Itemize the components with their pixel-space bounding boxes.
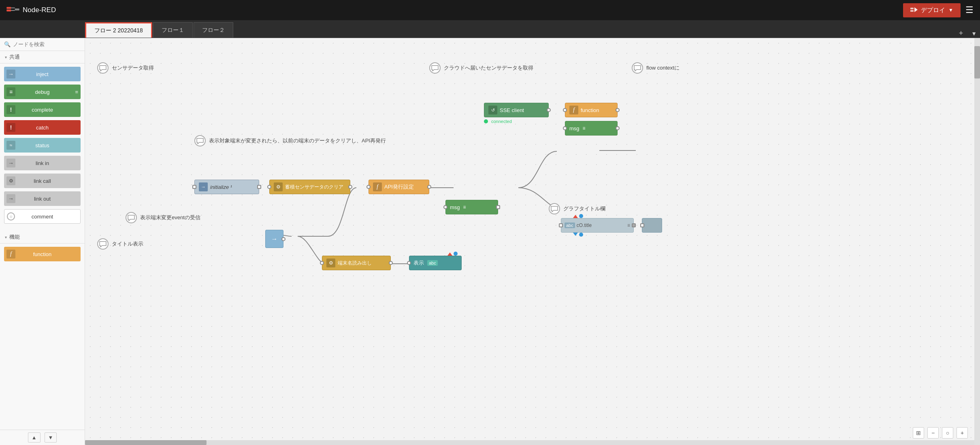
comment-表示対象端末-label: 表示対象端末が変更されたら、以前の端末のデータをクリアし、API再発行	[209, 137, 386, 144]
canvas-horizontal-scrollbar[interactable]	[85, 440, 974, 445]
search-input[interactable]	[13, 41, 81, 47]
cO-blue-dot-icon	[579, 214, 583, 218]
node-function-top[interactable]: f function	[565, 103, 618, 117]
function-section-header[interactable]: ▾ 機能	[0, 231, 85, 244]
tab-list-chevron[interactable]: ▼	[968, 30, 980, 37]
node-表示-body: 表示 abc	[409, 256, 462, 270]
node-msg-api-left-port	[443, 205, 447, 209]
triangle-up-icon	[447, 252, 452, 256]
scroll-up-button[interactable]: ▲	[28, 432, 40, 443]
tab-label: フロー 2 20220418	[94, 27, 143, 34]
comment-センサデータ取得[interactable]: センサデータ取得	[97, 62, 154, 74]
comment-bubble-icon2	[194, 135, 206, 146]
蓄積センサデータ-icon: ⚙	[274, 182, 283, 191]
node-cO-label: cO.title	[577, 222, 592, 228]
comment-タイトル表示[interactable]: タイトル表示	[97, 238, 143, 250]
node-link-arrow[interactable]: →	[265, 230, 283, 248]
hamburger-menu-icon[interactable]: ☰	[965, 5, 974, 15]
link-out-icon: →	[6, 194, 15, 203]
cO-bottom-indicators	[573, 233, 583, 236]
function-chevron-icon: ▾	[5, 235, 7, 239]
端末名-icon: ⚙	[326, 259, 335, 267]
node-msg-green-left-port	[563, 126, 567, 130]
scroll-down-button[interactable]: ▼	[45, 432, 57, 443]
svg-rect-1	[6, 9, 11, 11]
comment-label: comment	[32, 214, 53, 220]
right-scrollbar-thumb[interactable]	[974, 46, 980, 78]
comment-グラフタイトル[interactable]: グラフタイトル欄	[549, 203, 605, 214]
link-in-icon: →	[6, 159, 15, 167]
comment-グラフタイトル-label: グラフタイトル欄	[563, 205, 605, 212]
sidebar-item-function[interactable]: f function	[4, 247, 81, 261]
node-sse-right-port	[547, 108, 551, 112]
comment-表示端末変更[interactable]: 表示端末変更eventの受信	[126, 212, 200, 223]
node-表示-label: 表示	[413, 259, 424, 267]
function-top-icon: f	[569, 106, 578, 114]
sse-icon: ↺	[488, 106, 497, 114]
node-蓄積センサデータ-right-port	[348, 185, 352, 189]
connected-label: connected	[491, 119, 512, 124]
node-msg-green[interactable]: msg ≡	[565, 121, 618, 136]
tab-label: フロー２	[202, 27, 225, 34]
sidebar-item-comment[interactable]: ○ comment	[4, 209, 81, 224]
sidebar-item-debug[interactable]: ≡ debug ≡	[4, 85, 81, 99]
cO-top-indicators	[573, 215, 583, 218]
tab-flow2-20220418[interactable]: フロー 2 20220418	[85, 22, 152, 38]
sidebar-item-catch[interactable]: ! catch	[4, 120, 81, 135]
node-cO-left-port	[559, 223, 563, 227]
inject-label: inject	[36, 71, 48, 77]
表示-top-indicators	[447, 252, 458, 256]
sidebar-item-link-call[interactable]: ⚙ link call	[4, 174, 81, 188]
zoom-out-button[interactable]: −	[927, 427, 939, 439]
svg-rect-5	[910, 8, 914, 9]
header-left: Node-RED	[6, 6, 56, 15]
tab-flow1[interactable]: フロー１	[153, 22, 193, 38]
sidebar-item-inject[interactable]: → inject	[4, 67, 81, 81]
right-scrollbar[interactable]	[974, 38, 980, 445]
node-表示[interactable]: 表示 abc	[409, 256, 462, 270]
node-端末名-right-port	[389, 261, 393, 265]
node-api-body: f API発行設定	[369, 180, 429, 194]
node-cO-right-port	[632, 223, 636, 227]
function-section-label: 機能	[9, 233, 20, 241]
zoom-in-button[interactable]: +	[957, 427, 968, 439]
node-蓄積センサデータ[interactable]: ⚙ 蓄積センサデータのクリア	[269, 180, 350, 194]
node-端末名-left-port	[320, 261, 324, 265]
comment-タイトル表示-label: タイトル表示	[112, 240, 143, 248]
comment-flow-context-label: flow contextに	[646, 64, 680, 72]
comment-表示端末変更-label: 表示端末変更eventの受信	[140, 214, 200, 221]
node-端末名読み出し[interactable]: ⚙ 端末名読み出し	[322, 256, 391, 270]
node-API発行設定[interactable]: f API発行設定	[369, 180, 429, 194]
tab-flow2[interactable]: フロー２	[194, 22, 233, 38]
common-section-header[interactable]: ▾ 共通	[0, 51, 85, 64]
add-tab-button[interactable]: +	[954, 29, 968, 38]
node-cO-right-box-left-port	[640, 223, 644, 227]
sidebar-item-link-in[interactable]: → link in	[4, 156, 81, 170]
grid-toggle-button[interactable]: ⊞	[913, 427, 924, 439]
comment-表示対象端末[interactable]: 表示対象端末が変更されたら、以前の端末のデータをクリアし、API再発行	[194, 135, 386, 146]
link-arrow-icon: →	[271, 235, 278, 243]
node-msg-green-right-port	[616, 126, 620, 130]
node-cO-title[interactable]: abc cO.title ≡	[561, 218, 634, 233]
debug-menu-icon: ≡	[75, 89, 78, 95]
svg-rect-4	[15, 8, 19, 11]
header: Node-RED デプロイ ▼ ☰	[0, 0, 980, 20]
comment-flow-context[interactable]: flow contextに	[632, 62, 680, 74]
node-msg-api-body: msg ≡	[445, 200, 498, 214]
node-msg-api[interactable]: msg ≡	[445, 200, 498, 214]
node-initialize[interactable]: → initialize ¹	[194, 180, 259, 194]
node-SSE-client[interactable]: ↺ SSE client	[484, 103, 549, 117]
sidebar-item-status[interactable]: ≈ status	[4, 138, 81, 153]
canvas-scrollbar-thumb[interactable]	[85, 440, 207, 445]
sidebar-item-complete[interactable]: ! complete	[4, 102, 81, 117]
sidebar-item-link-out[interactable]: link out →	[4, 191, 81, 206]
node-link-arrow-body: →	[265, 230, 283, 248]
zoom-reset-button[interactable]: ○	[942, 427, 953, 439]
canvas-area[interactable]: センサデータ取得 表示対象端末が変更されたら、以前の端末のデータをクリアし、AP…	[85, 38, 974, 445]
comment-クラウドセンサ[interactable]: クラウドへ届いたセンサデータを取得	[429, 62, 533, 74]
deploy-button[interactable]: デプロイ ▼	[903, 3, 961, 17]
app-title: Node-RED	[23, 6, 56, 14]
node-cO-right-box[interactable]	[642, 218, 662, 233]
cO-menu-icon: ≡	[627, 222, 630, 228]
link-call-label: link call	[34, 178, 51, 184]
